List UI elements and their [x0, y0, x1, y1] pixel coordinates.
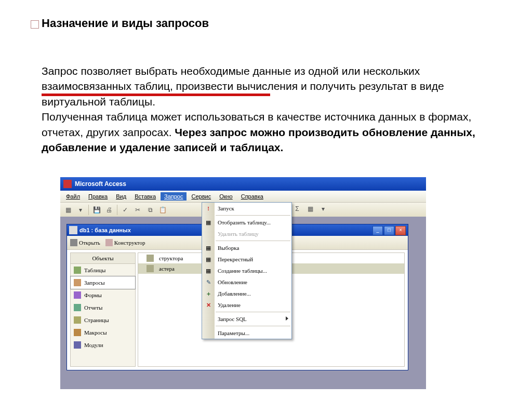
body-text: Запрос позволяет выбрать необходимые дан…: [42, 63, 494, 155]
modules-icon: [74, 341, 81, 349]
sidebar-item-queries[interactable]: Запросы: [70, 276, 136, 289]
sidebar-item-macros[interactable]: Макросы: [71, 326, 135, 339]
pages-icon: [74, 316, 81, 324]
menu-separator: [216, 241, 290, 241]
sidebar-item-forms[interactable]: Формы: [71, 289, 135, 301]
slide-bullet-icon: [31, 20, 39, 29]
menu-delete[interactable]: ✕ Удаление: [202, 299, 291, 311]
menu-file[interactable]: Файл: [62, 192, 84, 201]
maximize-button[interactable]: □: [384, 226, 394, 235]
sql-icon: [204, 315, 212, 323]
menu-insert[interactable]: Вставка: [131, 192, 159, 201]
query-dropdown-menu[interactable]: ! Запуск ▦ Отобразить таблицу... Удалить…: [202, 202, 292, 339]
page-title: Назначение и виды запросов: [42, 17, 209, 30]
design-icon: [105, 239, 113, 246]
menu-remove-table: Удалить таблицу: [202, 228, 291, 240]
menu-tools[interactable]: Сервис: [188, 192, 215, 201]
menu-select[interactable]: ▦ Выборка: [202, 242, 291, 254]
toolbar-right: Σ ▦ ▾: [291, 203, 329, 215]
sidebar-item-tables[interactable]: Таблицы: [71, 264, 135, 276]
menu-query[interactable]: Запрос: [161, 192, 187, 201]
delete-icon: ✕: [204, 301, 212, 309]
menubar[interactable]: Файл Правка Вид Вставка Запрос Сервис Ок…: [60, 191, 426, 203]
menu-separator: [216, 326, 290, 326]
tb-sigma-icon[interactable]: Σ: [291, 203, 303, 215]
sidebar-item-modules[interactable]: Модули: [71, 339, 135, 351]
queries-icon: [74, 279, 81, 286]
menu-append[interactable]: ＋ Добавление...: [202, 288, 291, 299]
menu-update[interactable]: ✎ Обновление: [202, 276, 291, 288]
menu-help[interactable]: Справка: [237, 192, 267, 201]
append-icon: ＋: [204, 289, 212, 298]
menu-separator: [216, 312, 290, 312]
params-icon: [204, 329, 212, 337]
red-underline: [42, 94, 270, 96]
menu-view[interactable]: Вид: [112, 192, 130, 201]
tables-icon: [74, 267, 81, 274]
menu-crosstab[interactable]: ▦ Перекрестный: [202, 254, 291, 265]
tb-sep: [88, 205, 89, 215]
window-titlebar: Microsoft Access: [60, 177, 426, 191]
tb-save-icon[interactable]: 💾: [91, 204, 102, 216]
forms-icon: [74, 291, 81, 299]
run-icon: !: [204, 204, 212, 212]
db-window-title: db1 : база данных: [79, 227, 131, 233]
tb-spell-icon[interactable]: ✓: [119, 204, 131, 216]
reports-icon: [74, 304, 81, 311]
objects-header: Объекты: [71, 253, 135, 264]
menu-show-table[interactable]: ▦ Отобразить таблицу...: [202, 217, 291, 228]
menu-separator: [216, 215, 290, 216]
tb-dropdown-icon[interactable]: ▾: [75, 204, 86, 216]
update-icon: ✎: [204, 278, 212, 286]
select-icon: ▦: [204, 244, 212, 252]
objects-sidebar: Объекты Таблицы Запросы Формы Отчеты Стр…: [70, 252, 136, 367]
make-table-icon: ▦: [204, 267, 212, 275]
tb-view-icon[interactable]: ▦: [62, 204, 74, 216]
screenshot: Microsoft Access Файл Правка Вид Вставка…: [60, 177, 426, 389]
show-table-icon: ▦: [204, 218, 212, 227]
window-title: Microsoft Access: [75, 180, 126, 188]
crosstab-icon: ▦: [204, 255, 212, 263]
menu-parameters[interactable]: Параметры...: [202, 327, 291, 339]
tb-cut-icon[interactable]: ✂: [132, 204, 143, 216]
para-line1: Запрос позволяет выбрать необходимые дан…: [42, 65, 444, 108]
open-icon: [70, 239, 77, 246]
tb-print-icon[interactable]: 🖨: [103, 204, 115, 216]
open-button[interactable]: Открыть: [70, 239, 100, 246]
tb-misc-icon[interactable]: ▦: [304, 203, 316, 215]
tb-sep: [117, 205, 117, 215]
design-button[interactable]: Конструктор: [105, 239, 145, 246]
submenu-arrow-icon: [286, 316, 288, 321]
item-icon: [147, 255, 154, 262]
remove-table-icon: [204, 230, 212, 238]
menu-run[interactable]: ! Запуск: [202, 203, 291, 214]
tb-paste-icon[interactable]: 📋: [157, 204, 168, 216]
tb-dropdown-icon[interactable]: ▾: [317, 203, 329, 215]
close-button[interactable]: ×: [395, 226, 406, 235]
menu-sql[interactable]: Запрос SQL: [202, 313, 291, 325]
menu-make-table[interactable]: ▦ Создание таблицы...: [202, 265, 291, 276]
menu-edit[interactable]: Правка: [85, 192, 111, 201]
tb-copy-icon[interactable]: ⧉: [144, 204, 156, 216]
minimize-button[interactable]: _: [373, 226, 383, 235]
macros-icon: [74, 329, 81, 336]
sidebar-item-pages[interactable]: Страницы: [71, 314, 135, 326]
app-icon: [63, 180, 72, 188]
menu-window[interactable]: Окно: [216, 192, 236, 201]
database-icon: [69, 226, 77, 234]
sidebar-item-reports[interactable]: Отчеты: [71, 301, 135, 314]
item-icon: [147, 265, 154, 272]
